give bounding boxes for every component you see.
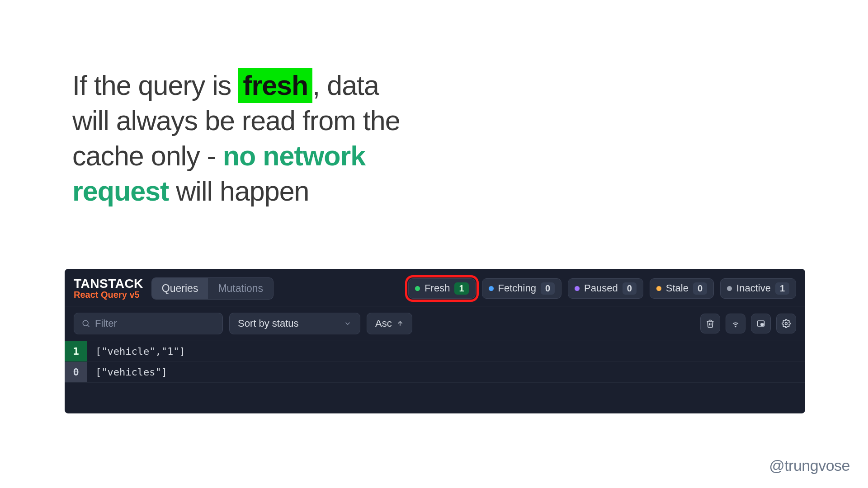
picture-in-picture-button[interactable]: [751, 314, 771, 333]
filter-input-wrapper[interactable]: [74, 313, 223, 334]
svg-point-0: [83, 321, 88, 326]
query-observer-count: 1: [65, 341, 87, 361]
devtools-toolbar: Sort by status Asc: [65, 306, 805, 341]
status-chip-row: Fresh 1 Fetching 0 Paused 0 Stale 0 Inac…: [408, 278, 796, 299]
tab-queries[interactable]: Queries: [152, 278, 208, 299]
arrow-up-icon: [396, 320, 404, 327]
status-count: 1: [775, 282, 789, 295]
status-label: Fresh: [425, 282, 450, 294]
tab-group: Queries Mutations: [151, 277, 274, 300]
status-label: Stale: [666, 282, 689, 294]
svg-point-3: [735, 326, 736, 327]
status-label: Paused: [584, 282, 618, 294]
status-label: Fetching: [498, 282, 536, 294]
headline-part3: will happen: [169, 176, 309, 206]
status-chip-stale[interactable]: Stale 0: [650, 278, 714, 299]
wifi-icon: [731, 319, 740, 328]
dot-stale-icon: [656, 286, 661, 291]
sort-dir-label: Asc: [375, 318, 392, 329]
status-chip-fetching[interactable]: Fetching 0: [482, 278, 562, 299]
status-chip-fresh[interactable]: Fresh 1: [408, 278, 475, 299]
svg-rect-5: [761, 324, 764, 325]
search-icon: [81, 319, 90, 328]
pip-icon: [756, 319, 765, 328]
trash-icon: [706, 319, 715, 328]
settings-button[interactable]: [776, 314, 796, 333]
fresh-highlight-badge: fresh: [238, 68, 312, 103]
dot-fetching-icon: [489, 286, 494, 291]
sort-select[interactable]: Sort by status: [229, 313, 360, 334]
query-observer-count: 0: [65, 362, 87, 382]
brand-subtitle: React Query v5: [74, 290, 143, 300]
headline-text: If the query is fresh, data will always …: [72, 68, 407, 209]
status-count: 1: [454, 282, 468, 295]
status-count: 0: [693, 282, 707, 295]
devtools-header: TANSTACK React Query v5 Queries Mutation…: [65, 269, 805, 306]
chevron-down-icon: [344, 319, 352, 328]
sort-direction-button[interactable]: Asc: [367, 313, 412, 334]
brand-title: TANSTACK: [74, 277, 143, 290]
headline-part1: If the query is: [72, 70, 238, 101]
offline-button[interactable]: [726, 314, 745, 333]
clear-button[interactable]: [700, 314, 720, 333]
query-key: ["vehicle","1"]: [87, 341, 193, 361]
status-count: 0: [541, 282, 555, 295]
toolbar-icon-buttons: [700, 314, 796, 333]
status-count: 0: [623, 282, 637, 295]
brand-block: TANSTACK React Query v5: [74, 277, 143, 300]
author-handle: @trungvose: [769, 457, 850, 474]
query-key: ["vehicles"]: [87, 362, 175, 382]
gear-icon: [782, 319, 791, 328]
query-row[interactable]: 1 ["vehicle","1"]: [65, 341, 805, 362]
query-list: 1 ["vehicle","1"] 0 ["vehicles"]: [65, 341, 805, 383]
status-label: Inactive: [736, 282, 771, 294]
status-chip-inactive[interactable]: Inactive 1: [720, 278, 796, 299]
dot-paused-icon: [575, 286, 580, 291]
svg-line-1: [88, 325, 90, 327]
dot-inactive-icon: [727, 286, 732, 291]
sort-label: Sort by status: [238, 318, 299, 329]
status-chip-paused[interactable]: Paused 0: [568, 278, 643, 299]
svg-point-6: [785, 323, 788, 325]
filter-input[interactable]: [95, 318, 215, 329]
devtools-panel: TANSTACK React Query v5 Queries Mutation…: [65, 269, 805, 413]
tab-mutations[interactable]: Mutations: [208, 278, 273, 299]
dot-fresh-icon: [415, 286, 420, 291]
query-row[interactable]: 0 ["vehicles"]: [65, 362, 805, 383]
